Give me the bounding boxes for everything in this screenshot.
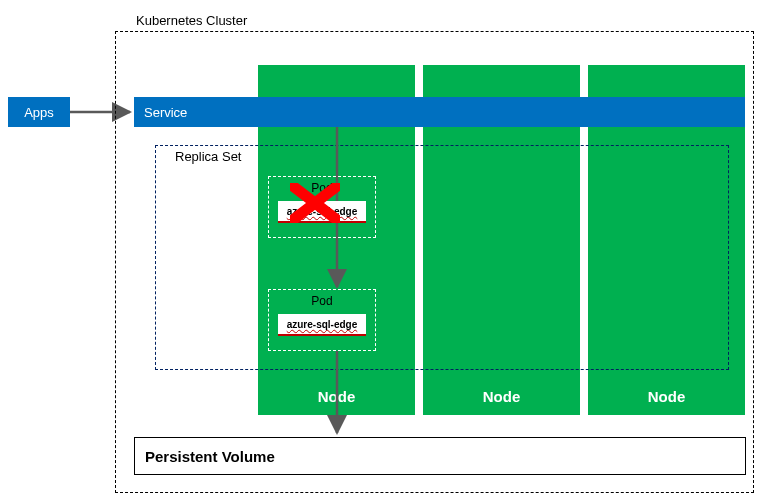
node-label: Node (648, 388, 686, 405)
pod-label: Pod (311, 294, 332, 308)
node-label: Node (483, 388, 521, 405)
persistent-volume-box: Persistent Volume (134, 437, 746, 475)
service-label: Service (144, 105, 187, 120)
persistent-volume-label: Persistent Volume (145, 448, 275, 465)
apps-label: Apps (24, 105, 54, 120)
container-box: azure-sql-edge (278, 201, 366, 223)
service-bar: Service (134, 97, 745, 127)
pod-label: Pod (311, 181, 332, 195)
pod-replacement: Pod azure-sql-edge (268, 289, 376, 351)
container-name: azure-sql-edge (287, 206, 358, 217)
replica-set-label: Replica Set (175, 149, 241, 164)
replica-set-boundary (155, 145, 729, 370)
arrow-pod-to-pv (330, 351, 350, 441)
kubernetes-cluster-label: Kubernetes Cluster (134, 13, 249, 28)
container-box: azure-sql-edge (278, 314, 366, 336)
container-name: azure-sql-edge (287, 319, 358, 330)
apps-box: Apps (8, 97, 70, 127)
pod-failed: Pod azure-sql-edge (268, 176, 376, 238)
